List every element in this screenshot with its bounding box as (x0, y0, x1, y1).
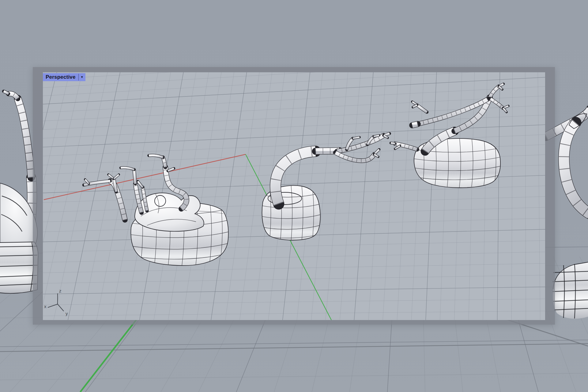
background-model-left (0, 91, 38, 293)
gizmo-y-axis (58, 304, 64, 311)
gizmo-x-label: x (44, 304, 47, 309)
world-axis-gizmo: z x y (44, 288, 68, 316)
model-right-sculpture[interactable] (391, 84, 508, 188)
perspective-viewport[interactable]: z x y Perspective ▼ (43, 72, 545, 320)
viewport-title-dropdown[interactable]: Perspective ▼ (43, 73, 85, 81)
gizmo-y-label: y (66, 311, 68, 316)
model-left-sculpture[interactable] (84, 155, 230, 268)
presentation-canvas: z x y Perspective ▼ (0, 0, 588, 392)
viewport-frame: z x y Perspective ▼ (33, 67, 555, 325)
viewport-canvas: z x y (43, 72, 545, 320)
model-middle-sculpture[interactable] (261, 134, 390, 243)
viewport-title-label[interactable]: Perspective (43, 73, 78, 81)
gizmo-x-axis (48, 304, 58, 307)
background-major-grid-line (0, 344, 588, 352)
gizmo-z-label: z (59, 288, 62, 293)
chevron-down-icon[interactable]: ▼ (79, 73, 85, 81)
